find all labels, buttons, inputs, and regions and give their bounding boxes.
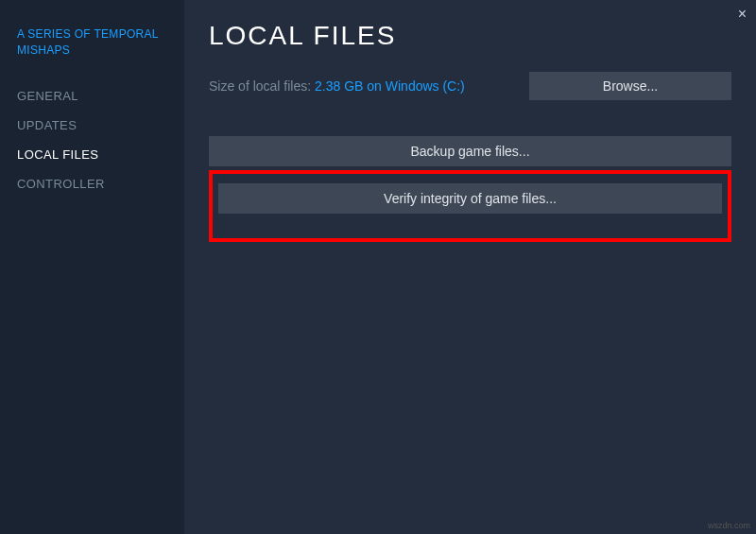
watermark: wszdn.com bbox=[708, 521, 750, 530]
size-label: Size of local files: 2.38 GB on Windows … bbox=[209, 78, 465, 94]
sidebar-item-updates[interactable]: UPDATES bbox=[17, 111, 184, 140]
browse-button[interactable]: Browse... bbox=[529, 72, 731, 100]
sidebar: A SERIES OF TEMPORAL MISHAPS GENERAL UPD… bbox=[0, 0, 184, 534]
size-value-link[interactable]: 2.38 GB on Windows (C:) bbox=[315, 78, 465, 94]
backup-game-files-button[interactable]: Backup game files... bbox=[209, 136, 731, 166]
sidebar-item-general[interactable]: GENERAL bbox=[17, 81, 184, 111]
verify-integrity-button[interactable]: Verify integrity of game files... bbox=[218, 183, 722, 214]
highlight-box: Verify integrity of game files... bbox=[209, 170, 731, 242]
size-row: Size of local files: 2.38 GB on Windows … bbox=[209, 72, 731, 100]
main-panel: LOCAL FILES Size of local files: 2.38 GB… bbox=[184, 0, 756, 534]
page-title: LOCAL FILES bbox=[209, 21, 731, 51]
close-icon[interactable]: × bbox=[738, 6, 747, 23]
size-label-text: Size of local files: bbox=[209, 78, 315, 94]
sidebar-item-local-files[interactable]: LOCAL FILES bbox=[17, 140, 184, 169]
sidebar-item-controller[interactable]: CONTROLLER bbox=[17, 169, 184, 198]
game-title: A SERIES OF TEMPORAL MISHAPS bbox=[17, 26, 184, 59]
